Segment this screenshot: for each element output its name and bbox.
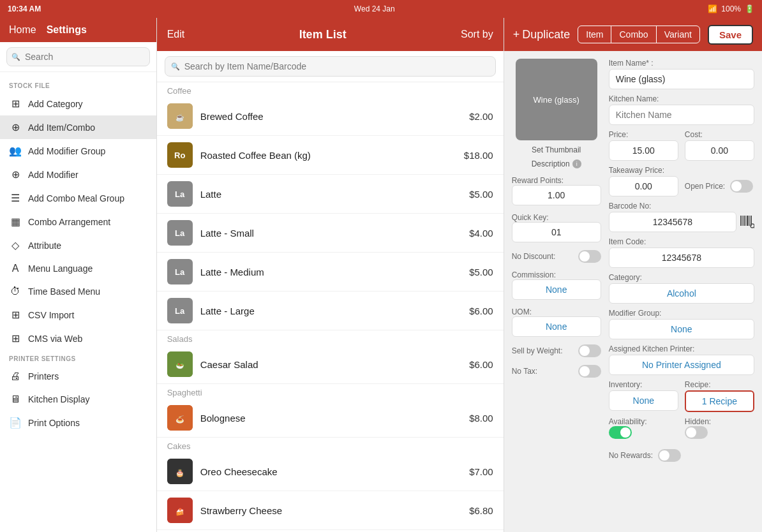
item-thumbnail: 🥗 [167,351,193,377]
sidebar-item-add-item-combo[interactable]: ⊕ Add Item/Combo [0,115,156,139]
list-item[interactable]: ☕ Brewed Coffee $2.00 [157,97,504,136]
sidebar-item-label: Combo Arrangement [28,217,110,227]
printer-icon: 🖨 [9,371,22,382]
no-rewards-toggle[interactable] [658,449,681,462]
file-icon: ⊞ [9,309,22,321]
description-row: Description i [532,159,581,168]
barcode-scan-icon[interactable] [739,213,754,232]
settings-button[interactable]: Settings [47,24,87,36]
sidebar-item-attribute[interactable]: ◇ Attribute [0,233,156,257]
reward-points-input[interactable] [512,185,601,205]
clock-icon: ⏱ [9,286,22,297]
item-code-input[interactable] [609,248,754,268]
no-discount-toggle[interactable] [578,250,601,263]
sidebar-item-printers[interactable]: 🖨 Printers [0,365,156,388]
commission-label: Commission: [512,270,601,279]
sidebar-item-cms-via-web[interactable]: ⊞ CMS via Web [0,327,156,350]
right-panel: + Duplicate Item Combo Variant Save Wine… [504,18,762,532]
cost-input[interactable] [685,140,754,161]
list-item[interactable]: 🎂 Oreo Cheesecake $7.00 [157,452,504,491]
save-button[interactable]: Save [708,25,753,45]
svg-text:🎂: 🎂 [176,468,184,477]
item-image[interactable]: Wine (glass) [516,59,597,140]
no-tax-label: No Tax: [512,367,537,376]
list-item[interactable]: Ro Roasted Coffee Bean (kg) $18.00 [157,136,504,175]
sell-by-weight-toggle[interactable] [578,344,601,357]
sidebar-item-print-options[interactable]: 📄 Print Options [0,411,156,434]
sidebar-item-menu-language[interactable]: A Menu Language [0,257,156,280]
tab-combo[interactable]: Combo [611,26,655,43]
sidebar-item-label: CMS via Web [28,334,82,344]
item-search-input[interactable] [165,56,496,77]
sidebar-item-time-based-menu[interactable]: ⏱ Time Based Menu [0,280,156,303]
item-name: Brewed Coffee [200,111,461,122]
item-thumbnail: 🍰 [167,498,193,523]
barcode-group: Barcode No: [609,202,754,232]
tab-item[interactable]: Item [578,26,611,43]
cost-label: Cost: [685,130,754,139]
sidebar-item-add-modifier-group[interactable]: 👥 Add Modifier Group [0,139,156,163]
text-icon: A [9,263,22,274]
barcode-input[interactable] [609,212,736,232]
tab-group: Item Combo Variant [578,26,700,43]
uom-button[interactable]: None [512,316,601,337]
sidebar-item-label: Add Category [28,99,83,109]
sidebar-item-add-modifier[interactable]: ⊕ Add Modifier [0,163,156,186]
modifier-group-button[interactable]: None [609,319,754,339]
home-button[interactable]: Home [9,24,36,36]
item-name-input[interactable] [609,69,754,89]
recipe-button[interactable]: 1 Recipe [685,390,754,412]
item-price: $18.00 [464,150,493,161]
no-tax-toggle[interactable] [578,365,601,378]
list-item[interactable]: 🍰 Strawberry Cheese $6.80 [157,491,504,530]
sidebar-item-add-combo-meal-group[interactable]: ☰ Add Combo Meal Group [0,186,156,210]
list-item[interactable]: La Latte $5.00 [157,175,504,214]
sort-by-button[interactable]: Sort by [461,29,493,40]
kitchen-name-input[interactable] [609,105,754,125]
sidebar-item-label: Add Modifier Group [28,146,105,156]
hidden-label: Hidden: [685,417,754,426]
list-item[interactable]: La Latte - Medium $5.00 [157,253,504,292]
item-image-text: Wine (glass) [531,92,582,107]
takeaway-price-label: Takeaway Price: [609,166,678,175]
category-button[interactable]: Alcohol [609,283,754,304]
battery-level: 100% [721,4,741,13]
sidebar-item-csv-import[interactable]: ⊞ CSV Import [0,303,156,327]
kitchen-name-label: Kitchen Name: [609,94,754,103]
price-input[interactable] [609,140,678,161]
tab-variant[interactable]: Variant [656,26,699,43]
form-right: Item Name* : Kitchen Name: Price: Cost: [609,59,754,524]
sidebar-search-input[interactable] [6,47,150,66]
diamond-icon: ◇ [9,239,22,251]
description-label: Description [532,159,570,168]
list-item[interactable]: La Latte - Small $4.00 [157,214,504,253]
commission-button[interactable]: None [512,279,601,300]
availability-toggle[interactable] [609,426,632,439]
takeaway-price-input[interactable] [609,176,678,196]
kitchen-printer-label: Assigned Kitchen Printer: [609,344,754,353]
inventory-recipe-row: Inventory: None Recipe: 1 Recipe [609,380,754,412]
takeaway-open-row: Takeaway Price: Open Price: [609,166,754,196]
hidden-toggle[interactable] [685,426,708,439]
sidebar-item-combo-arrangement[interactable]: ▦ Combo Arrangement [0,210,156,233]
svg-text:🍝: 🍝 [176,415,184,424]
monitor-icon: 🖥 [9,394,22,405]
sidebar-item-kitchen-display[interactable]: 🖥 Kitchen Display [0,388,156,411]
edit-button[interactable]: Edit [167,29,185,40]
sidebar-item-add-category[interactable]: ⊞ Add Category [0,92,156,115]
info-icon[interactable]: i [572,159,581,168]
category-salads: Salads [157,330,504,345]
list-icon: ☰ [9,192,22,204]
inventory-button[interactable]: None [609,390,678,411]
set-thumbnail-button[interactable]: Set Thumbnail [532,145,581,154]
list-item[interactable]: 🥗 Caesar Salad $6.00 [157,345,504,384]
list-item[interactable]: La Latte - Large $6.00 [157,292,504,330]
kitchen-printer-button[interactable]: No Printer Assigned [609,355,754,375]
add-item-button[interactable]: + Duplicate [513,28,571,41]
barcode-no-label: Barcode No: [609,202,754,211]
open-price-toggle[interactable] [730,180,753,193]
wifi-icon: 📶 [708,4,717,13]
quick-key-input[interactable] [512,222,601,242]
list-item[interactable]: 🍝 Bolognese $8.00 [157,399,504,438]
printer-settings-label: PRINTER SETTINGS [0,350,156,365]
